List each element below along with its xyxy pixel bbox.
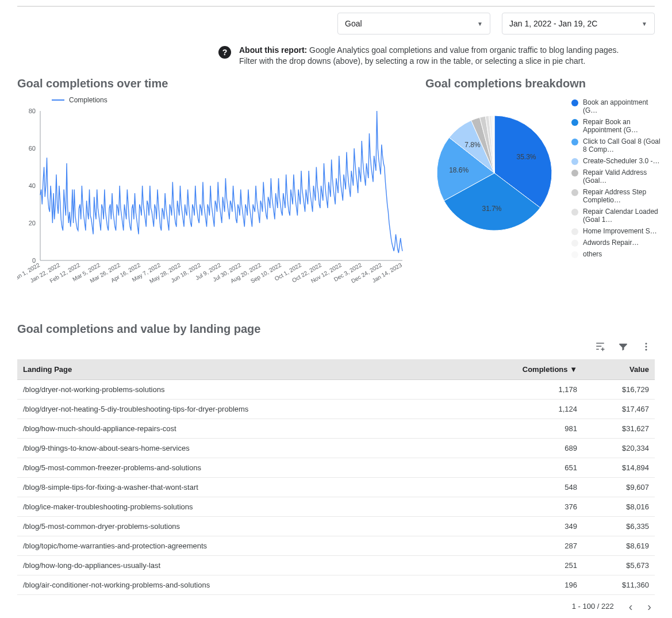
legend-dot-icon: [571, 139, 578, 145]
table-row[interactable]: /blog/5-most-common-dryer-problems-solut…: [17, 516, 655, 536]
chevron-down-icon: ▼: [642, 21, 647, 27]
about-text: About this report: Google Analytics goal…: [239, 45, 630, 67]
svg-text:31.7%: 31.7%: [482, 205, 502, 213]
legend-dot-icon: [571, 158, 578, 165]
sort-desc-icon: ▼: [570, 365, 577, 374]
legend-dot-icon: [571, 189, 578, 196]
filter-icon[interactable]: [618, 341, 628, 355]
cell-landing-page: /blog/5-most-common-freezer-problems-and…: [17, 458, 459, 477]
pie-legend-item[interactable]: Adwords Repair…: [571, 239, 663, 247]
cell-landing-page: /blog/5-most-common-dryer-problems-solut…: [17, 516, 459, 536]
svg-text:7.8%: 7.8%: [464, 141, 481, 149]
pager-range: 1 - 100 / 222: [572, 602, 614, 611]
pie-legend-item[interactable]: Repair Valid Address (Goal…: [571, 168, 663, 185]
svg-point-31: [646, 346, 647, 347]
cell-landing-page: /blog/dryer-not-working-problems-solutio…: [17, 379, 459, 399]
cell-value: $5,673: [583, 555, 655, 575]
table-pager: 1 - 100 / 222 ‹ ›: [17, 595, 655, 612]
filter-bar: Goal ▼ Jan 1, 2022 - Jan 19, 2C ▼: [17, 6, 655, 34]
cell-value: $8,619: [583, 536, 655, 555]
svg-text:18.6%: 18.6%: [449, 166, 469, 174]
pie-legend-item[interactable]: others: [571, 250, 663, 258]
legend-dot-icon: [571, 240, 578, 247]
cell-value: $9,607: [583, 477, 655, 497]
cell-value: $31,627: [583, 419, 655, 438]
legend-label: Click to Call Goal 8 (Goal 8 Comp…: [583, 137, 663, 153]
goal-dropdown-label: Goal: [345, 19, 362, 28]
svg-point-32: [646, 349, 647, 351]
cell-completions: 548: [459, 477, 583, 497]
table-section: Goal completions and value by landing pa…: [17, 323, 655, 612]
pie-legend: Book an appointment (G…Repair Book an Ap…: [571, 98, 663, 258]
line-chart-title: Goal completions over time: [17, 77, 408, 90]
pie-legend-item[interactable]: Repair Calendar Loaded (Goal 1…: [571, 208, 663, 224]
pie-legend-item[interactable]: Repair Address Step Completio…: [571, 188, 663, 204]
cell-landing-page: /blog/air-conditioner-not-working-proble…: [17, 575, 459, 594]
cell-value: $6,335: [583, 516, 655, 536]
legend-dot-icon: [571, 209, 578, 216]
pie-legend-item[interactable]: Create-Scheduler 3.0 -…: [571, 157, 663, 165]
legend-label: Create-Scheduler 3.0 -…: [583, 157, 659, 165]
table-row[interactable]: /blog/how-long-do-appliances-usually-las…: [17, 555, 655, 575]
cell-completions: 689: [459, 438, 583, 458]
help-icon: ?: [218, 46, 231, 59]
cell-landing-page: /blog/8-simple-tips-for-fixing-a-washer-…: [17, 477, 459, 497]
col-value[interactable]: Value: [583, 359, 655, 380]
cell-landing-page: /blog/how-long-do-appliances-usually-las…: [17, 555, 459, 575]
about-report: ? About this report: Google Analytics go…: [218, 45, 655, 67]
cell-completions: 349: [459, 516, 583, 536]
line-chart[interactable]: 020406080Jan 1, 2022Jan 22, 2022Feb 12, …: [17, 105, 408, 301]
legend-dot-icon: [571, 228, 578, 235]
cell-completions: 1,124: [459, 399, 583, 419]
pie-chart-title: Goal completions breakdown: [425, 77, 667, 90]
cell-landing-page: /blog/how-much-should-appliance-repairs-…: [17, 419, 459, 438]
col-completions[interactable]: Completions ▼: [459, 359, 583, 380]
cell-completions: 287: [459, 536, 583, 555]
date-range-label: Jan 1, 2022 - Jan 19, 2C: [509, 19, 597, 28]
table-row[interactable]: /blog/5-most-common-freezer-problems-and…: [17, 458, 655, 477]
col-landing-page[interactable]: Landing Page: [17, 359, 459, 380]
legend-label: Home Improvement S…: [583, 227, 657, 235]
table-row[interactable]: /blog/9-things-to-know-about-sears-home-…: [17, 438, 655, 458]
pie-legend-item[interactable]: Click to Call Goal 8 (Goal 8 Comp…: [571, 137, 663, 153]
cell-value: $17,467: [583, 399, 655, 419]
line-legend-label: Completions: [69, 96, 107, 104]
charts-row: Goal completions over time Completions 0…: [17, 77, 655, 303]
date-range-dropdown[interactable]: Jan 1, 2022 - Jan 19, 2C ▼: [502, 13, 655, 34]
report-page: Goal ▼ Jan 1, 2022 - Jan 19, 2C ▼ ? Abou…: [0, 0, 672, 618]
cell-completions: 376: [459, 497, 583, 516]
pie-chart[interactable]: 35.3%31.7%18.6%7.8%: [425, 98, 563, 248]
goal-dropdown[interactable]: Goal ▼: [337, 13, 490, 34]
table-row[interactable]: /blog/air-conditioner-not-working-proble…: [17, 575, 655, 594]
more-icon[interactable]: [641, 341, 651, 355]
settings-icon[interactable]: [595, 341, 605, 355]
cell-landing-page: /blog/topic/home-warranties-and-protecti…: [17, 536, 459, 555]
line-legend: Completions: [52, 96, 408, 104]
legend-label: others: [583, 250, 602, 258]
table-row[interactable]: /blog/how-much-should-appliance-repairs-…: [17, 419, 655, 438]
legend-label: Adwords Repair…: [583, 239, 639, 247]
legend-dot-icon: [571, 251, 578, 258]
pager-prev-icon[interactable]: ‹: [629, 601, 633, 612]
cell-value: $8,016: [583, 497, 655, 516]
table-row[interactable]: /blog/topic/home-warranties-and-protecti…: [17, 536, 655, 555]
cell-value: $11,360: [583, 575, 655, 594]
table-row[interactable]: /blog/ice-maker-troubleshooting-problems…: [17, 497, 655, 516]
cell-completions: 651: [459, 458, 583, 477]
table-toolbar: [17, 340, 655, 359]
svg-text:35.3%: 35.3%: [516, 153, 536, 161]
pie-legend-item[interactable]: Book an appointment (G…: [571, 98, 663, 114]
svg-text:80: 80: [29, 108, 36, 114]
legend-label: Book an appointment (G…: [583, 98, 663, 114]
pie-legend-item[interactable]: Repair Book an Appointment (G…: [571, 118, 663, 134]
svg-text:20: 20: [29, 220, 36, 227]
table-row[interactable]: /blog/dryer-not-heating-5-diy-troublesho…: [17, 399, 655, 419]
pie-legend-item[interactable]: Home Improvement S…: [571, 227, 663, 235]
pager-next-icon[interactable]: ›: [647, 601, 651, 612]
legend-label: Repair Valid Address (Goal…: [583, 168, 663, 185]
table-row[interactable]: /blog/dryer-not-working-problems-solutio…: [17, 379, 655, 399]
table-row[interactable]: /blog/8-simple-tips-for-fixing-a-washer-…: [17, 477, 655, 497]
cell-landing-page: /blog/9-things-to-know-about-sears-home-…: [17, 438, 459, 458]
cell-value: $16,729: [583, 379, 655, 399]
svg-point-30: [646, 343, 647, 344]
